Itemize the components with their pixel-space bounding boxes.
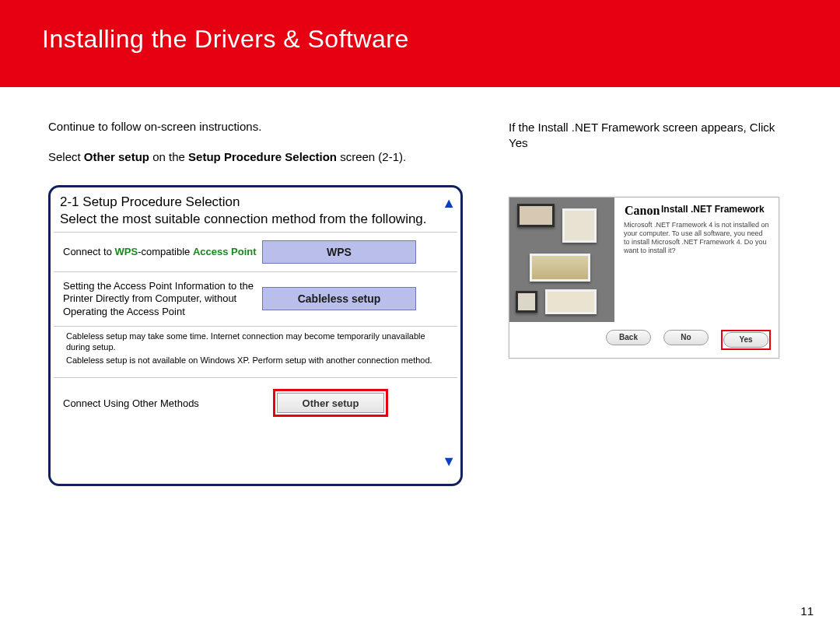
page-number: 11 (800, 604, 814, 618)
text: screen (2-1). (337, 150, 406, 163)
sps-row-wps-desc: Connect to WPS-compatible Access Point (63, 246, 262, 258)
right-column: If the Install .NET Framework screen app… (509, 120, 789, 486)
sps-subtitle: Select the most suitable connection meth… (54, 212, 457, 233)
sps-note-2: Cableless setup is not available on Wind… (66, 355, 448, 366)
wps-button[interactable]: WPS (262, 240, 416, 264)
other-setup-highlight: Other setup (273, 389, 388, 417)
net-dialog-text: Microsoft .NET Framework 4 is not instal… (624, 221, 771, 256)
text: Select (48, 150, 84, 163)
sps-row-other: Connect Using Other Methods Other setup (54, 378, 457, 431)
sps-empty-area (54, 431, 457, 478)
sps-note-1: Cableless setup may take some time. Inte… (66, 331, 448, 353)
net-dialog-title: Install .NET Framework (661, 204, 771, 215)
sps-row-other-desc: Connect Using Other Methods (63, 397, 273, 409)
instruction-net-framework: If the Install .NET Framework screen app… (509, 120, 789, 152)
net-body: Canon Install .NET Framework Microsoft .… (509, 198, 779, 322)
net-buttons: Back No Yes (509, 322, 779, 358)
yes-button[interactable]: Yes (723, 332, 768, 348)
page-content: Continue to follow on-screen instruction… (0, 87, 840, 486)
instruction-continue: Continue to follow on-screen instruction… (48, 120, 476, 133)
photo-frame-icon (530, 254, 590, 282)
instruction-select: Select Other setup on the Setup Procedur… (48, 150, 476, 163)
page-header: Installing the Drivers & Software (0, 0, 840, 87)
text: Connect to (63, 246, 115, 257)
scroll-down-icon[interactable]: ▼ (442, 453, 456, 470)
text-green: WPS (115, 246, 138, 257)
canon-logo: Canon (625, 204, 660, 218)
setup-procedure-window: ▲ 2-1 Setup Procedure Selection Select t… (48, 185, 463, 486)
other-setup-button[interactable]: Other setup (277, 393, 384, 413)
yes-button-highlight: Yes (721, 330, 771, 350)
photo-frame-icon (517, 204, 555, 227)
sps-notes: Cableless setup may take some time. Inte… (54, 327, 457, 378)
net-framework-dialog: Canon Install .NET Framework Microsoft .… (509, 197, 779, 359)
sps-row-wps: Connect to WPS-compatible Access Point W… (54, 233, 457, 272)
photo-frame-icon (545, 289, 597, 314)
scroll-up-icon[interactable]: ▲ (442, 195, 456, 212)
no-button[interactable]: No (663, 330, 709, 345)
sps-row-cableless-desc: Setting the Access Point Information to … (63, 280, 262, 318)
text: -compatible (138, 246, 193, 257)
photo-frame-icon (516, 291, 537, 313)
bold-setup-procedure: Setup Procedure Selection (188, 150, 337, 163)
sps-row-cableless: Setting the Access Point Information to … (54, 272, 457, 327)
photo-frame-icon (562, 208, 597, 243)
bold-other-setup: Other setup (84, 150, 149, 163)
left-column: Continue to follow on-screen instruction… (48, 120, 476, 486)
sps-title: 2-1 Setup Procedure Selection (54, 190, 457, 212)
page-title: Installing the Drivers & Software (42, 25, 840, 54)
text: on the (149, 150, 188, 163)
net-side-image (509, 198, 614, 322)
back-button[interactable]: Back (606, 330, 651, 345)
cableless-setup-button[interactable]: Cableless setup (262, 287, 416, 310)
text-green: Access Point (193, 246, 257, 257)
